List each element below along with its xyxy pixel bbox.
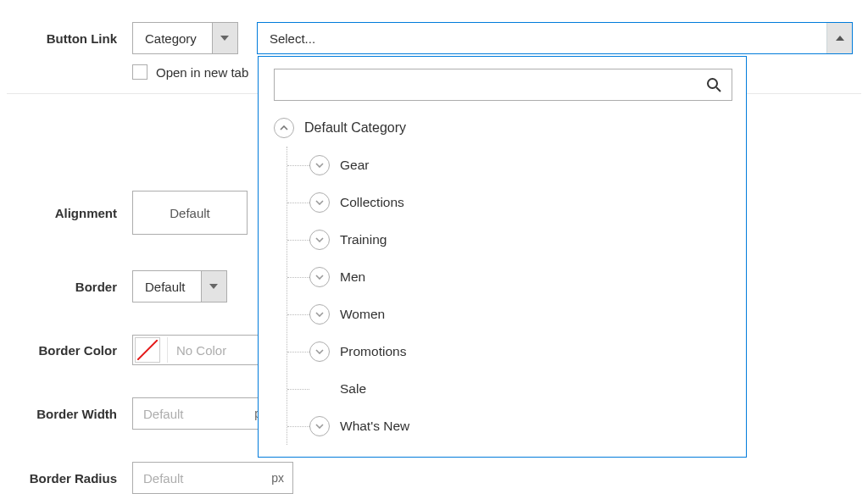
alignment-option-default[interactable]: Default bbox=[132, 191, 248, 235]
category-dropdown-panel: Default Category Gear Collections Traini… bbox=[258, 56, 747, 458]
caret-down-icon bbox=[212, 23, 237, 53]
open-new-tab-checkbox[interactable] bbox=[132, 64, 147, 80]
tree-item-men[interactable]: Men bbox=[287, 258, 736, 296]
tree-item-label: Gear bbox=[340, 158, 369, 173]
border-label: Border bbox=[15, 280, 132, 294]
svg-point-0 bbox=[708, 79, 717, 88]
border-width-placeholder: Default bbox=[143, 407, 184, 421]
link-type-select[interactable]: Category bbox=[132, 22, 238, 54]
border-value: Default bbox=[133, 280, 201, 294]
tree-root[interactable]: Default Category bbox=[274, 113, 736, 147]
caret-up-icon bbox=[826, 23, 852, 53]
tree-item-women[interactable]: Women bbox=[287, 296, 736, 333]
chevron-down-icon[interactable] bbox=[309, 341, 330, 362]
alignment-label: Alignment bbox=[15, 206, 132, 220]
link-type-value: Category bbox=[133, 31, 212, 46]
tree-item-label: What's New bbox=[340, 419, 409, 434]
svg-line-1 bbox=[716, 87, 721, 92]
tree-item-label: Training bbox=[340, 232, 387, 247]
border-color-label: Border Color bbox=[15, 343, 132, 358]
caret-down-icon bbox=[201, 271, 226, 302]
tree-item-label: Women bbox=[340, 307, 385, 322]
no-color-swatch-icon bbox=[135, 337, 160, 363]
tree-item-label: Sale bbox=[340, 381, 366, 397]
border-radius-label: Border Radius bbox=[15, 471, 132, 486]
category-tree: Default Category Gear Collections Traini… bbox=[270, 113, 736, 445]
category-select-placeholder: Select... bbox=[258, 31, 315, 46]
tree-item-label: Men bbox=[340, 269, 365, 285]
tree-item-promotions[interactable]: Promotions bbox=[287, 333, 736, 370]
chevron-down-icon[interactable] bbox=[309, 304, 330, 325]
border-radius-unit: px bbox=[271, 471, 284, 485]
border-select[interactable]: Default bbox=[132, 270, 227, 303]
tree-item-gear[interactable]: Gear bbox=[287, 147, 736, 184]
search-icon[interactable] bbox=[696, 77, 732, 92]
chevron-down-icon[interactable] bbox=[309, 230, 330, 250]
tree-item-sale[interactable]: Sale bbox=[287, 370, 736, 408]
tree-spacer bbox=[309, 379, 330, 399]
tree-item-label: Collections bbox=[340, 195, 404, 210]
border-width-label: Border Width bbox=[15, 407, 132, 421]
tree-children: Gear Collections Training Men Women Prom… bbox=[287, 147, 736, 445]
chevron-down-icon[interactable] bbox=[309, 192, 330, 213]
chevron-down-icon[interactable] bbox=[309, 155, 330, 175]
tree-root-label: Default Category bbox=[304, 120, 406, 136]
alignment-value: Default bbox=[170, 206, 210, 220]
border-radius-input[interactable]: Default px bbox=[132, 462, 293, 494]
category-search-input[interactable] bbox=[275, 70, 696, 99]
border-radius-placeholder: Default bbox=[143, 471, 184, 486]
category-search-wrap bbox=[274, 69, 732, 101]
chevron-down-icon[interactable] bbox=[309, 267, 330, 287]
tree-item-label: Promotions bbox=[340, 344, 406, 359]
button-link-label: Button Link bbox=[15, 31, 132, 46]
tree-item-training[interactable]: Training bbox=[287, 221, 736, 258]
category-select[interactable]: Select... bbox=[257, 22, 853, 54]
open-new-tab-label: Open in new tab bbox=[156, 65, 248, 80]
tree-item-whats-new[interactable]: What's New bbox=[287, 408, 736, 445]
border-width-input[interactable]: Default px bbox=[132, 397, 276, 430]
chevron-up-icon[interactable] bbox=[274, 118, 294, 138]
tree-item-collections[interactable]: Collections bbox=[287, 184, 736, 221]
chevron-down-icon[interactable] bbox=[309, 416, 330, 436]
